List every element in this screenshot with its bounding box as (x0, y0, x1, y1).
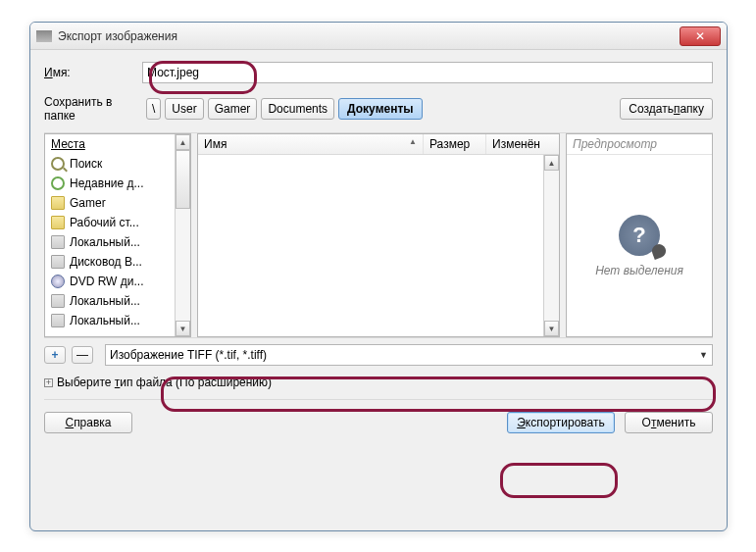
help-button[interactable]: Справка (44, 412, 132, 433)
breadcrumb-documents[interactable]: Documents (261, 98, 334, 120)
filetype-expander[interactable]: + Выберите тип файла (По расширению) (44, 368, 713, 399)
recent-icon (51, 176, 65, 190)
drive-icon (51, 314, 65, 327)
folder-icon (51, 196, 65, 210)
place-local-3[interactable]: Локальный... (45, 311, 175, 330)
place-search[interactable]: Поиск (45, 154, 175, 174)
app-icon (36, 30, 52, 42)
place-gamer[interactable]: Gamer (45, 193, 175, 213)
column-modified[interactable]: Изменён (486, 134, 559, 154)
plus-icon: + (51, 348, 58, 362)
file-list-header: Имя▲ Размер Изменён (198, 134, 559, 155)
place-label: DVD RW ди... (70, 275, 144, 288)
add-bookmark-button[interactable]: + (44, 346, 66, 364)
create-folder-button[interactable]: Создать папку (620, 98, 713, 120)
column-name[interactable]: Имя▲ (198, 134, 424, 154)
place-label: Локальный... (70, 314, 140, 327)
scroll-thumb[interactable] (176, 150, 190, 209)
export-dialog: Экспорт изображения ✕ Имя: Сохранить в п… (29, 22, 728, 531)
breadcrumb-gamer[interactable]: Gamer (208, 98, 258, 120)
preview-empty-text: Нет выделения (595, 264, 683, 277)
place-recent[interactable]: Недавние д... (45, 174, 175, 193)
cancel-button[interactable]: Отменить (625, 412, 713, 433)
scroll-up-icon[interactable]: ▲ (176, 134, 190, 150)
place-label: Рабочий ст... (70, 216, 139, 229)
place-label: Gamer (70, 196, 106, 210)
window-title: Экспорт изображения (58, 29, 680, 43)
file-browser: Места Поиск Недавние д... Gamer Рабочий … (44, 132, 713, 338)
place-local-2[interactable]: Локальный... (45, 291, 175, 311)
preview-body: ? Нет выделения (567, 155, 712, 336)
drive-icon (51, 294, 65, 308)
places-scrollbar[interactable]: ▲ ▼ (175, 134, 190, 336)
sort-asc-icon: ▲ (409, 137, 417, 146)
place-label: Дисковод B... (70, 255, 142, 269)
place-local-1[interactable]: Локальный... (45, 232, 175, 252)
question-icon: ? (619, 215, 660, 256)
dialog-content: Имя: Сохранить в папке \ User Gamer Docu… (30, 50, 727, 433)
dvd-icon (51, 275, 65, 288)
column-label: Имя (204, 137, 227, 151)
place-floppy[interactable]: Дисковод B... (45, 252, 175, 272)
expander-label: Выберите тип файла (По расширению) (57, 376, 272, 389)
file-list-body[interactable]: ▲ ▼ (198, 155, 559, 336)
bookmark-and-type-row: + — Изображение TIFF (*.tif, *.tiff) ▼ (44, 338, 713, 368)
remove-bookmark-button[interactable]: — (72, 346, 93, 364)
titlebar[interactable]: Экспорт изображения ✕ (30, 23, 727, 50)
save-in-row: Сохранить в папке \ User Gamer Documents… (44, 95, 713, 123)
dialog-footer: Справка Экспортировать Отменить (44, 399, 713, 433)
scroll-down-icon[interactable]: ▼ (176, 321, 190, 336)
search-icon (51, 157, 65, 171)
filename-row: Имя: (44, 62, 713, 83)
scroll-up-icon[interactable]: ▲ (544, 155, 559, 171)
save-in-label: Сохранить в папке (44, 95, 142, 123)
breadcrumb-root[interactable]: \ (146, 98, 161, 120)
scroll-track[interactable] (176, 209, 190, 321)
breadcrumb-user[interactable]: User (165, 98, 203, 120)
places-panel: Места Поиск Недавние д... Gamer Рабочий … (44, 133, 191, 337)
places-header[interactable]: Места (45, 134, 175, 154)
file-list: Имя▲ Размер Изменён ▲ ▼ (197, 133, 560, 337)
place-label: Локальный... (70, 294, 140, 308)
folder-icon (51, 216, 65, 229)
filelist-scrollbar[interactable]: ▲ ▼ (543, 155, 559, 336)
chevron-down-icon: ▼ (699, 350, 708, 360)
breadcrumb-current[interactable]: Документы (338, 98, 422, 120)
close-icon: ✕ (695, 29, 705, 43)
close-button[interactable]: ✕ (680, 26, 721, 46)
scroll-track[interactable] (544, 171, 559, 321)
drive-icon (51, 255, 65, 269)
place-label: Поиск (70, 157, 102, 171)
drive-icon (51, 235, 65, 249)
preview-header: Предпросмотр (567, 134, 712, 155)
column-size[interactable]: Размер (424, 134, 486, 154)
expand-icon: + (44, 378, 53, 387)
filetype-select[interactable]: Изображение TIFF (*.tif, *.tiff) ▼ (105, 344, 713, 366)
preview-panel: Предпросмотр ? Нет выделения (566, 133, 713, 337)
filename-label: Имя: (44, 66, 142, 79)
place-label: Недавние д... (70, 176, 143, 190)
export-button[interactable]: Экспортировать (507, 412, 615, 433)
scroll-down-icon[interactable]: ▼ (544, 321, 559, 336)
minus-icon: — (76, 348, 88, 362)
place-dvd[interactable]: DVD RW ди... (45, 272, 175, 291)
places-list: Места Поиск Недавние д... Gamer Рабочий … (45, 134, 175, 336)
filename-input[interactable] (142, 62, 713, 83)
place-desktop[interactable]: Рабочий ст... (45, 213, 175, 232)
filetype-value: Изображение TIFF (*.tif, *.tiff) (110, 348, 267, 362)
place-label: Локальный... (70, 235, 140, 249)
